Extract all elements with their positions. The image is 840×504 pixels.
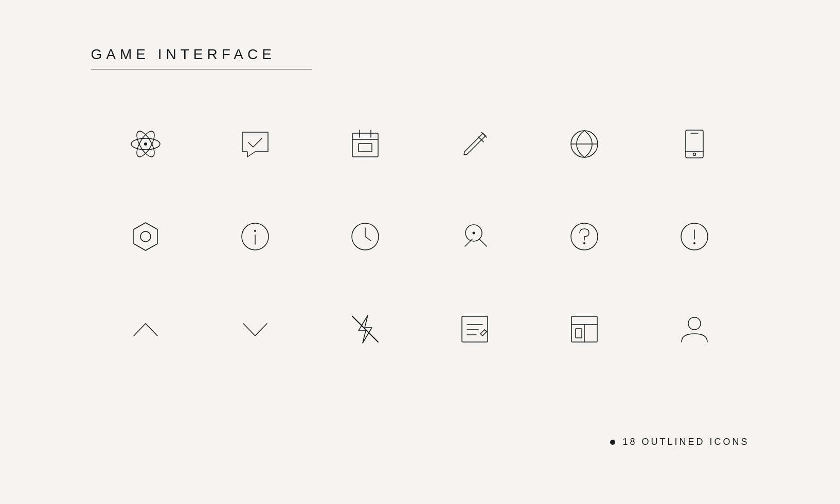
tablet-icon-cell	[639, 113, 749, 175]
atom-icon-cell	[91, 113, 201, 175]
search-icon-cell	[420, 206, 529, 267]
globe-icon	[566, 126, 602, 162]
settings-icon-cell	[91, 206, 201, 267]
svg-point-21	[254, 230, 256, 232]
edit-list-icon-cell	[420, 298, 529, 360]
alert-icon-cell	[639, 206, 749, 267]
clock-icon	[347, 219, 383, 255]
layout-icon-cell	[530, 298, 639, 360]
calendar-icon-cell	[310, 113, 420, 175]
calendar-icon	[347, 126, 383, 162]
footer-dot	[610, 440, 615, 445]
svg-point-15	[693, 153, 695, 156]
svg-point-43	[688, 317, 701, 330]
help-icon-cell	[530, 206, 639, 267]
chevron-down-icon-cell	[201, 298, 310, 360]
no-flash-icon	[347, 311, 383, 347]
edit-list-icon	[457, 311, 493, 347]
atom-icon	[128, 126, 164, 162]
icons-grid	[81, 103, 760, 370]
svg-line-25	[465, 239, 472, 246]
svg-rect-4	[352, 133, 378, 157]
edit-icon-cell	[420, 113, 529, 175]
svg-line-24	[479, 239, 487, 246]
title-underline	[91, 69, 312, 69]
chevron-down-icon	[237, 311, 273, 347]
svg-point-18	[140, 231, 151, 242]
svg-line-10	[478, 137, 484, 142]
info-icon	[237, 219, 273, 255]
svg-point-28	[583, 242, 585, 244]
svg-point-31	[693, 242, 695, 244]
footer-section: 18 OUTLINED ICONS	[610, 437, 749, 447]
page-container: GAME INTERFACE	[40, 26, 801, 478]
svg-point-3	[144, 142, 147, 146]
chevron-up-icon-cell	[91, 298, 201, 360]
chat-check-icon-cell	[201, 113, 310, 175]
footer-text: 18 OUTLINED ICONS	[622, 437, 749, 447]
tablet-icon	[676, 126, 712, 162]
svg-rect-42	[576, 329, 582, 338]
svg-point-26	[473, 232, 475, 235]
info-icon-cell	[201, 206, 310, 267]
alert-icon	[676, 219, 712, 255]
chevron-up-icon	[128, 311, 164, 347]
search-icon	[457, 219, 493, 255]
svg-rect-34	[462, 316, 488, 342]
edit-icon	[457, 126, 493, 162]
no-flash-icon-cell	[310, 298, 420, 360]
user-icon-cell	[639, 298, 749, 360]
globe-icon-cell	[530, 113, 639, 175]
svg-marker-17	[134, 223, 157, 250]
title-section: GAME INTERFACE	[91, 46, 312, 69]
help-icon	[566, 219, 602, 255]
chat-check-icon	[237, 126, 273, 162]
clock-icon-cell	[310, 206, 420, 267]
svg-rect-8	[359, 143, 372, 152]
user-icon	[676, 311, 712, 347]
svg-rect-13	[686, 130, 703, 158]
settings-icon	[128, 219, 164, 255]
layout-icon	[566, 311, 602, 347]
svg-line-38	[485, 330, 487, 332]
page-title: GAME INTERFACE	[91, 46, 312, 63]
